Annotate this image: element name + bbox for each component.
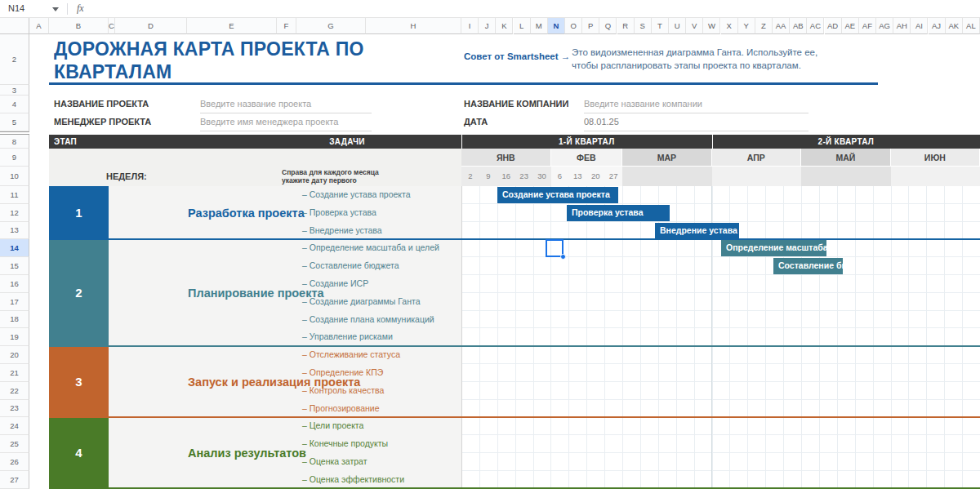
- row-header-25[interactable]: 25: [0, 435, 29, 453]
- column-header-M[interactable]: M: [531, 18, 548, 34]
- column-header-E[interactable]: E: [187, 18, 277, 34]
- row-header-26[interactable]: 26: [0, 453, 29, 471]
- row-header-4[interactable]: 4: [0, 96, 29, 113]
- column-header-Q[interactable]: Q: [599, 18, 617, 34]
- week-number-cell[interactable]: 6: [551, 167, 569, 186]
- column-header-D[interactable]: D: [115, 18, 187, 34]
- formula-bar[interactable]: N14 fx: [0, 0, 980, 18]
- form-field-value[interactable]: Введите название компании: [584, 99, 702, 109]
- month-cell-МАР[interactable]: МАР: [622, 149, 712, 167]
- form-field-value[interactable]: Введите имя менеджера проекта: [200, 117, 338, 127]
- gantt-bar[interactable]: Определение масштаба и целей: [721, 240, 826, 256]
- gantt-bar[interactable]: Составление бюджета: [773, 258, 843, 274]
- row-header-17[interactable]: 17: [0, 293, 29, 311]
- week-number-cell[interactable]: 30: [533, 167, 551, 186]
- form-field-value[interactable]: 08.01.25: [584, 117, 619, 127]
- column-header-AF[interactable]: AF: [859, 18, 876, 34]
- week-number-cell[interactable]: 9: [479, 167, 497, 186]
- task-item[interactable]: – Составление бюджета: [302, 257, 461, 275]
- row-header-10[interactable]: 10: [0, 167, 29, 186]
- column-header-AJ[interactable]: AJ: [929, 18, 946, 34]
- column-header-N[interactable]: N: [548, 18, 565, 34]
- row-header-27[interactable]: 27: [0, 471, 29, 489]
- column-header-F[interactable]: F: [277, 18, 296, 34]
- column-header-W[interactable]: W: [703, 18, 720, 34]
- gantt-bar[interactable]: Внедрение устава: [655, 223, 739, 239]
- task-item[interactable]: – Создание диаграммы Ганта: [302, 293, 461, 311]
- column-header-O[interactable]: O: [565, 18, 582, 34]
- column-header-T[interactable]: T: [652, 18, 669, 34]
- column-header-H[interactable]: H: [366, 18, 461, 34]
- row-header-15[interactable]: 15: [0, 257, 29, 275]
- task-item[interactable]: – Оценка затрат: [302, 453, 461, 471]
- week-number-cell[interactable]: 27: [604, 167, 622, 186]
- gantt-bar[interactable]: Создание устава проекта: [497, 187, 618, 203]
- task-item[interactable]: – Создание устава проекта: [302, 186, 461, 204]
- column-header-R[interactable]: R: [617, 18, 635, 34]
- column-header-G[interactable]: G: [296, 18, 366, 34]
- column-header-C[interactable]: C: [109, 18, 115, 34]
- quarter-header-2[interactable]: 2-Й КВАРТАЛ: [712, 135, 980, 149]
- task-item[interactable]: – Цели проекта: [302, 417, 461, 435]
- task-item[interactable]: – Управление рисками: [302, 328, 461, 346]
- row-header-3[interactable]: 3: [0, 85, 29, 96]
- task-item[interactable]: – Конечные продукты: [302, 435, 461, 453]
- task-item[interactable]: – Отслеживание статуса: [302, 346, 461, 364]
- column-header-A[interactable]: A: [29, 18, 49, 34]
- corner-box[interactable]: [0, 18, 29, 34]
- phase-number-cell-4[interactable]: 4: [49, 417, 109, 488]
- column-header-AL[interactable]: AL: [963, 18, 980, 34]
- week-number-cell[interactable]: 16: [497, 167, 515, 186]
- column-header-K[interactable]: K: [496, 18, 513, 34]
- column-header-AE[interactable]: AE: [842, 18, 859, 34]
- row-header-16[interactable]: 16: [0, 275, 29, 293]
- column-header-AC[interactable]: AC: [807, 18, 824, 34]
- week-number-cell[interactable]: 13: [568, 167, 586, 186]
- phase-number-cell-2[interactable]: 2: [49, 239, 109, 346]
- row-header-11[interactable]: 11: [0, 186, 29, 204]
- row-header-18[interactable]: 18: [0, 311, 29, 329]
- task-item[interactable]: – Внедрение устава: [302, 222, 461, 240]
- task-item[interactable]: – Определение КПЭ: [302, 364, 461, 382]
- month-cell-МАЙ[interactable]: МАЙ: [801, 149, 891, 167]
- tasks-column-header[interactable]: ЗАДАЧИ: [278, 135, 416, 149]
- task-item[interactable]: – Определение масштаба и целей: [302, 239, 461, 257]
- column-header-J[interactable]: J: [479, 18, 496, 34]
- column-header-AD[interactable]: AD: [825, 18, 842, 34]
- column-header-AA[interactable]: AA: [773, 18, 790, 34]
- row-header-23[interactable]: 23: [0, 400, 29, 418]
- month-cell-АПР[interactable]: АПР: [712, 149, 802, 167]
- column-header-I[interactable]: I: [461, 18, 479, 34]
- column-header-AH[interactable]: AH: [893, 18, 911, 34]
- task-item[interactable]: – Создание плана коммуникаций: [302, 311, 461, 329]
- task-item[interactable]: – Создание ИСР: [302, 275, 461, 293]
- row-header-19[interactable]: 19: [0, 328, 29, 346]
- column-header-AB[interactable]: AB: [790, 18, 807, 34]
- row-header-13[interactable]: 13: [0, 222, 29, 240]
- row-header-2[interactable]: 2: [0, 34, 29, 85]
- column-header-AK[interactable]: AK: [946, 18, 963, 34]
- week-number-cell[interactable]: 2: [461, 167, 479, 186]
- row-header-21[interactable]: 21: [0, 364, 29, 382]
- column-header-L[interactable]: L: [514, 18, 531, 34]
- task-item[interactable]: – Оценка эффективности: [302, 471, 461, 489]
- stage-column-header[interactable]: ЭТАП: [54, 135, 77, 149]
- chevron-down-icon[interactable]: [52, 7, 59, 11]
- column-header-Y[interactable]: Y: [738, 18, 755, 34]
- column-header-AI[interactable]: AI: [911, 18, 928, 34]
- row-header-14[interactable]: 14: [0, 239, 29, 257]
- week-number-cell[interactable]: 23: [515, 167, 533, 186]
- column-header-Z[interactable]: Z: [755, 18, 773, 34]
- gantt-bar[interactable]: Проверка устава: [567, 205, 670, 221]
- column-header-AG[interactable]: AG: [876, 18, 893, 34]
- task-item[interactable]: – Контроль качества: [302, 382, 461, 400]
- row-header-5[interactable]: 5: [0, 113, 29, 131]
- row-header-20[interactable]: 20: [0, 346, 29, 364]
- name-box[interactable]: N14: [8, 3, 24, 13]
- row-header-9[interactable]: 9: [0, 149, 29, 167]
- task-item[interactable]: – Проверка устава: [302, 204, 461, 222]
- column-header-S[interactable]: S: [635, 18, 652, 34]
- month-cell-ЯНВ[interactable]: ЯНВ: [461, 149, 551, 167]
- task-item[interactable]: – Прогнозирование: [302, 400, 461, 418]
- month-cell-ИЮН[interactable]: ИЮН: [891, 149, 980, 167]
